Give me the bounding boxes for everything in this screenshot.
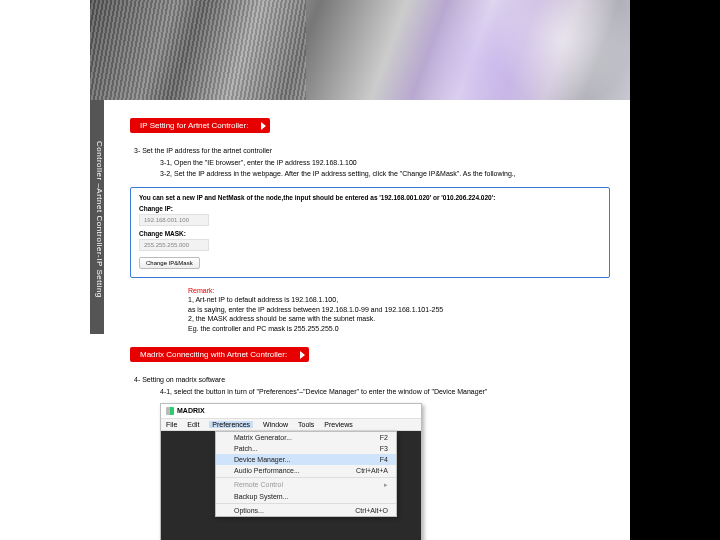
- preferences-dropdown: Matrix Generator...F2Patch...F3Device Ma…: [215, 431, 397, 517]
- change-mask-label: Change MASK:: [139, 230, 601, 237]
- step-3: 3- Set the IP address for the artnet con…: [134, 147, 610, 154]
- menu-tools[interactable]: Tools: [298, 421, 314, 428]
- madrix-logo-icon: [166, 407, 174, 415]
- pill-text: Madrix Conneciting with Artnet Controlle…: [140, 350, 287, 359]
- section-heading-madrix: Madrix Conneciting with Artnet Controlle…: [130, 347, 309, 362]
- arrow-icon: [300, 351, 305, 359]
- panel-hint: You can set a new IP and NetMask of the …: [139, 194, 601, 201]
- remark-line3: 2, the MASK address should be same with …: [188, 314, 610, 323]
- change-mask-input[interactable]: 255.255.255.000: [139, 239, 209, 251]
- step-3-2: 3-2, Set the IP address in the webpage. …: [160, 169, 610, 178]
- menu-preferences[interactable]: Preferences: [209, 421, 253, 428]
- step-3-1: 3-1, Open the "IE browser", enter the IP…: [160, 158, 610, 167]
- menu-item[interactable]: Matrix Generator...F2: [216, 432, 396, 443]
- sidebar-title: Controller –Artnet Controller-IP Setting: [90, 100, 104, 334]
- ip-config-panel: You can set a new IP and NetMask of the …: [130, 187, 610, 278]
- arrow-icon: [261, 122, 266, 130]
- menu-previews[interactable]: Previews: [324, 421, 352, 428]
- remark-line2: as is saying, enter the IP address betwe…: [188, 305, 610, 314]
- menu-file[interactable]: File: [166, 421, 177, 428]
- change-ip-input[interactable]: 192.168.001.100: [139, 214, 209, 226]
- change-ip-label: Change IP:: [139, 205, 601, 212]
- change-ipmask-button[interactable]: Change IP&Mask: [139, 257, 200, 269]
- pill-text: IP Setting for Artnet Controller:: [140, 121, 248, 130]
- menu-window[interactable]: Window: [263, 421, 288, 428]
- remark-heading: Remark:: [188, 286, 610, 295]
- madrix-workspace: Matrix Generator...F2Patch...F3Device Ma…: [161, 431, 421, 541]
- step-4-1: 4-1, select the button in turn of "Prefe…: [160, 387, 610, 396]
- remark-line1: 1, Art-net IP to default address is 192.…: [188, 295, 610, 304]
- header-banner: [90, 0, 630, 100]
- menu-item[interactable]: Backup System...: [216, 491, 396, 502]
- madrix-screenshot: MADRIX File Edit Preferences Window Tool…: [160, 403, 422, 541]
- menu-item[interactable]: Device Manager...F4: [216, 454, 396, 465]
- remark-line4: Eg. the controller and PC mask is 255.25…: [188, 324, 610, 333]
- menu-edit[interactable]: Edit: [187, 421, 199, 428]
- madrix-menubar: File Edit Preferences Window Tools Previ…: [161, 419, 421, 431]
- content-area: IP Setting for Artnet Controller: 3- Set…: [90, 100, 630, 540]
- madrix-titlebar: MADRIX: [161, 404, 421, 419]
- menu-item[interactable]: Options...Ctrl+Alt+O: [216, 505, 396, 516]
- menu-item[interactable]: Patch...F3: [216, 443, 396, 454]
- madrix-app-title: MADRIX: [177, 407, 205, 414]
- section-heading-ip: IP Setting for Artnet Controller:: [130, 118, 270, 133]
- menu-item[interactable]: Remote Control▸: [216, 479, 396, 491]
- remark-block: Remark: 1, Art-net IP to default address…: [188, 286, 610, 333]
- step-4: 4- Setting on madrix software: [134, 376, 610, 383]
- menu-item[interactable]: Audio Performance...Ctrl+Alt+A: [216, 465, 396, 476]
